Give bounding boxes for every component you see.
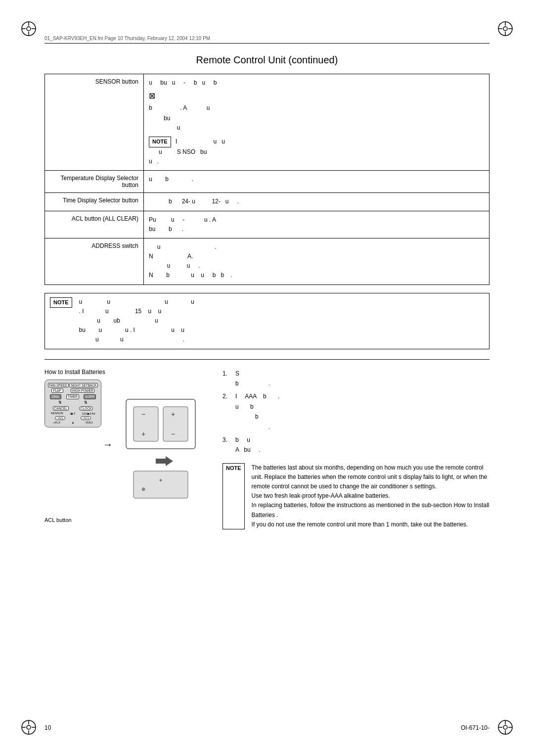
address-label: ADDRESS switch (45, 238, 144, 284)
battery-section-label: How to Install Batteries (44, 369, 213, 376)
battery-section: How to Install Batteries FAN SPEED NIGHT… (44, 369, 490, 529)
svg-rect-31 (134, 471, 188, 498)
mid-rule (44, 359, 490, 360)
battery-note: NOTE The batteries last about six months… (222, 463, 490, 529)
acl-content: Pu u - u . A bu b . (144, 211, 490, 238)
temp-content: u b . (144, 171, 490, 193)
battery-step-3: 3. b u A bu . (222, 435, 490, 455)
time-content: b 24- u 12- u . (144, 193, 490, 211)
page-number: 10 (44, 724, 51, 731)
svg-text:−: − (171, 430, 175, 438)
corner-mark-tr (496, 20, 514, 38)
step-number: 2. (222, 391, 232, 432)
temp-label: Temperature Display Selectorbutton (45, 171, 144, 193)
bottom-note-block: NOTE u u u u . I u 15 u u u ub u bu (44, 293, 490, 349)
acl-button-label: ACL button (44, 517, 72, 523)
svg-text:⊕: ⊕ (141, 486, 145, 492)
sensor-symbol: ⊠ (149, 92, 155, 100)
reference-table: SENSOR button u bu u - b u b ⊠ b . A u (44, 74, 490, 285)
svg-point-7 (503, 27, 507, 31)
page-footer: 10 OI-671-10- (44, 724, 490, 731)
battery-note-text: The batteries last about six months, dep… (252, 463, 490, 529)
table-row: SENSOR button u bu u - b u b ⊠ b . A u (45, 74, 490, 171)
sensor-label: SENSOR button (45, 74, 144, 171)
sensor-content: u bu u - b u b ⊠ b . A u bu (144, 74, 490, 171)
svg-point-19 (503, 725, 507, 729)
arrow-right: → (103, 439, 113, 450)
svg-point-1 (27, 27, 31, 31)
time-label: Time Display Selector button (45, 193, 144, 211)
battery-steps: 1. S b . 2. I AAA b . u b (222, 369, 490, 455)
svg-text:+: + (171, 410, 175, 418)
remote-body: FAN SPEED NIGHT SETBACK FLAP HIGH POWER … (44, 379, 101, 427)
svg-point-13 (27, 725, 31, 729)
note-box-battery: NOTE (222, 463, 245, 529)
step-number: 1. (222, 369, 232, 389)
svg-text:+: + (159, 477, 162, 484)
main-content: Remote Control Unit (continued) SENSOR b… (44, 49, 490, 716)
doc-ref: OI-671-10- (461, 724, 490, 731)
corner-mark-tl (20, 20, 38, 38)
page-title: Remote Control Unit (continued) (44, 54, 490, 66)
svg-rect-26 (163, 407, 188, 441)
svg-rect-25 (134, 407, 158, 441)
table-row: ADDRESS switch u . N A. u u . N b u u b … (45, 238, 490, 284)
note-box-bottom: NOTE (50, 297, 72, 308)
header-bar: 01_SAP-KRV93EH_EN.fm Page 10 Thursday, F… (44, 36, 490, 44)
table-row: Temperature Display Selectorbutton u b . (45, 171, 490, 193)
bottom-note-text: u u u u . I u 15 u u u ub u bu u (79, 297, 194, 345)
battery-diagram-svg: − + + − + ⊕ (116, 394, 205, 503)
acl-label: ACL button (ALL CLEAR) (45, 211, 144, 238)
table-row: Time Display Selector button b 24- u 12-… (45, 193, 490, 211)
corner-mark-br (496, 718, 514, 736)
battery-right-panel: 1. S b . 2. I AAA b . u b (222, 369, 490, 529)
file-info: 01_SAP-KRV93EH_EN.fm Page 10 Thursday, F… (44, 36, 210, 41)
address-content: u . N A. u u . N b u u b b . (144, 238, 490, 284)
table-row: ACL button (ALL CLEAR) Pu u - u . A bu b… (45, 211, 490, 238)
sensor-text: u bu u - b u b (149, 78, 484, 88)
battery-left-panel: How to Install Batteries FAN SPEED NIGHT… (44, 369, 213, 529)
corner-mark-bl (20, 718, 38, 736)
step-number: 3. (222, 435, 232, 455)
svg-text:+: + (141, 430, 145, 438)
battery-step-1: 1. S b . (222, 369, 490, 389)
battery-illustration: FAN SPEED NIGHT SETBACK FLAP HIGH POWER … (44, 379, 213, 523)
note-box: NOTE (149, 137, 171, 147)
battery-step-2: 2. I AAA b . u b b . (222, 391, 490, 432)
svg-text:−: − (141, 410, 145, 418)
